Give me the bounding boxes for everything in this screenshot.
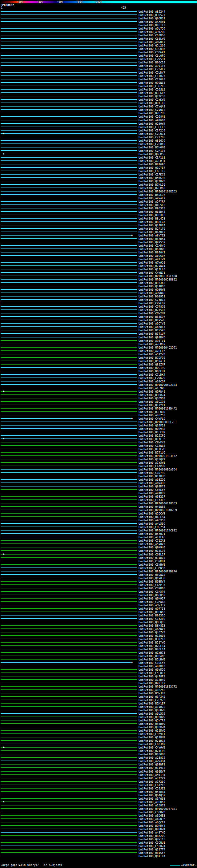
hit-label[interactable]: UniRef100_Q938W9 bbox=[138, 716, 165, 719]
hit-label[interactable]: UniRef100_A4BTH6 bbox=[138, 831, 165, 834]
hit-label[interactable]: UniRef100_C27705 bbox=[138, 136, 165, 139]
hit-label[interactable]: UniRef100_Q9RHW4 bbox=[138, 828, 165, 831]
hit-label[interactable]: UniRef100_Q8GU31 bbox=[138, 17, 165, 20]
hit-label[interactable]: UniRef100_B2UHW0 bbox=[138, 658, 165, 661]
hit-label[interactable]: UniRef100_C1DY9L bbox=[138, 471, 165, 474]
hit-label[interactable]: UniRef100_A8TUF3 bbox=[138, 665, 165, 668]
hit-label[interactable]: UniRef100_C9T8G2 bbox=[138, 305, 165, 308]
hit-label[interactable]: UniRef100_B2GL14 bbox=[138, 648, 165, 651]
hit-label[interactable]: UniRef100_B2T1U6 bbox=[138, 451, 165, 454]
hit-label[interactable]: UniRef100_A4X5W1 bbox=[138, 20, 165, 23]
hit-label[interactable]: UniRef100_C5CUU1 bbox=[138, 841, 165, 844]
hit-label[interactable]: UniRef100_Q21LP8 bbox=[138, 749, 165, 752]
hit-label[interactable]: UniRef100_Q8FQR5 bbox=[138, 621, 165, 624]
hit-label[interactable]: UniRef100_A1Y5W1 bbox=[138, 461, 165, 464]
hit-label[interactable]: UniRef100_C3CFF3 bbox=[138, 126, 165, 129]
hit-label[interactable]: UniRef100_Q1IHE4 bbox=[138, 224, 165, 227]
hit-label[interactable]: UniRef100_C50RV0 bbox=[138, 811, 165, 814]
hit-label[interactable]: UniRef100_A9RW80 bbox=[138, 119, 165, 122]
hit-label[interactable]: UniRef100_Q4V038 bbox=[138, 577, 165, 580]
hit-label[interactable]: UniRef100_B9J316 bbox=[138, 614, 165, 617]
hit-label[interactable]: UniRef100_A9VAE9 bbox=[138, 197, 165, 200]
hit-label[interactable]: UniRef100_B1YLJ6 bbox=[138, 438, 165, 441]
hit-label[interactable]: UniRef100_Q2SQZ7 bbox=[138, 458, 165, 461]
hit-label[interactable]: UniRef100_Q39577 bbox=[138, 13, 165, 17]
hit-label[interactable]: UniRef100_Q0K917 bbox=[138, 597, 165, 600]
hit-label[interactable]: UniRef100_C2P8Y0 bbox=[138, 143, 165, 146]
hit-label[interactable]: UniRef100_Q46W85 bbox=[138, 505, 165, 508]
hit-label[interactable]: UniRef100_Q98BZ4 bbox=[138, 394, 165, 397]
hit-label[interactable]: UniRef100_Q6HM56 bbox=[138, 153, 165, 156]
hit-label[interactable]: UniRef100_B4B1T3 bbox=[138, 24, 165, 27]
hit-label[interactable]: UniRef100_C2WK29 bbox=[138, 377, 165, 380]
hit-label[interactable]: UniRef100_C71ZA3 bbox=[138, 539, 165, 542]
hit-label[interactable]: UniRef100_Q7VWV4 bbox=[138, 265, 165, 268]
hit-label[interactable]: UniRef100_C5C817 bbox=[138, 672, 165, 675]
hit-label[interactable]: UniRef100_Q11912 bbox=[138, 766, 165, 770]
hit-label[interactable]: UniRef100_B9J0Y1 bbox=[138, 251, 165, 254]
hit-label[interactable]: UniRef100_A15878 bbox=[138, 804, 165, 807]
hit-label[interactable]: UniRef100_B4V5W6 bbox=[138, 319, 165, 322]
hit-label[interactable]: UniRef100_C0ZPS6 bbox=[138, 34, 165, 37]
hit-label[interactable]: UniRef100_C2W591 bbox=[138, 58, 165, 61]
hit-label[interactable]: UniRef100_A1R262 bbox=[138, 688, 165, 691]
hit-label[interactable]: UniRef100_Q1ILL0 bbox=[138, 268, 165, 271]
hit-label[interactable]: UniRef100_B7HZU5 bbox=[138, 112, 165, 115]
hit-label[interactable]: UniRef100_A8J244 bbox=[138, 10, 165, 13]
hit-label[interactable]: UniRef100_Q5WG93 bbox=[138, 177, 165, 180]
hit-label[interactable]: UniRef100_B3PQB0 bbox=[138, 410, 165, 413]
hit-label[interactable]: UniRef100_C6W2M7 bbox=[138, 312, 165, 315]
hit-label[interactable]: UniRef100_Q9RW41 bbox=[138, 390, 165, 393]
hit-label[interactable]: UniRef100_A9U759 bbox=[138, 27, 165, 30]
hit-label[interactable]: UniRef100_A6SZQ6 bbox=[138, 478, 165, 481]
hit-label[interactable]: UniRef100_Q1JYY1 bbox=[138, 404, 165, 407]
hit-label[interactable]: UniRef100_C4APB9 bbox=[138, 465, 165, 468]
hit-label[interactable]: UniRef100_UPI00004C2D91 bbox=[138, 346, 177, 349]
hit-label[interactable]: UniRef100_C2G8N1 bbox=[138, 115, 165, 118]
hit-label[interactable]: UniRef100_A69GB7 bbox=[138, 254, 165, 257]
hit-label[interactable]: UniRef100_B91TE0 bbox=[138, 102, 165, 105]
hit-label[interactable]: UniRef100_C6SLW6 bbox=[138, 37, 165, 40]
hit-label[interactable]: UniRef100_C4AP35 bbox=[138, 584, 165, 587]
hit-label[interactable]: UniRef100_B59AJ1 bbox=[138, 360, 165, 363]
hit-label[interactable]: UniRef100_C9E0H7 bbox=[138, 48, 165, 51]
hit-label[interactable]: UniRef100_A9CYV2 bbox=[138, 322, 165, 325]
hit-label[interactable]: UniRef100_D0BEU1 bbox=[138, 370, 165, 373]
hit-label[interactable]: UniRef100_Q9BUW8 bbox=[138, 288, 165, 291]
hit-label[interactable]: UniRef100_Q99SS9 bbox=[138, 241, 165, 244]
hit-label[interactable]: UniRef100_B68052 bbox=[138, 594, 165, 597]
hit-label[interactable]: UniRef100_Q2B9W4 bbox=[138, 122, 165, 125]
hit-label[interactable]: UniRef100_Q7W9J0 bbox=[138, 261, 165, 264]
hit-label[interactable]: UniRef100_Q26CW8 bbox=[138, 512, 165, 515]
hit-label[interactable]: UniRef100_A4T2Z9 bbox=[138, 777, 165, 780]
hit-label[interactable]: UniRef100_C3F2J9 bbox=[138, 129, 165, 132]
hit-label[interactable]: UniRef100_Q5QWZ2 bbox=[138, 573, 165, 577]
hit-label[interactable]: UniRef100_C4V9W2 bbox=[138, 746, 165, 749]
hit-label[interactable]: UniRef100_C2SGL8 bbox=[138, 78, 165, 81]
hit-label[interactable]: UniRef100_C8WFY8 bbox=[138, 441, 165, 444]
hit-label[interactable]: UniRef100_Q1J005 bbox=[138, 634, 165, 638]
hit-label[interactable]: UniRef100_A6ANV7 bbox=[138, 627, 165, 630]
hit-label[interactable]: UniRef100_Q9K9H0 bbox=[138, 546, 165, 549]
hit-label[interactable]: UniRef100_Q18PW4 bbox=[138, 726, 165, 729]
hit-label[interactable]: UniRef100_A2S8C5 bbox=[138, 756, 165, 759]
hit-label[interactable]: UniRef100_Q97YI8 bbox=[138, 607, 165, 610]
hit-label[interactable]: UniRef100_Q81GG9 bbox=[138, 139, 165, 142]
hit-label[interactable]: UniRef100_A1UHK7 bbox=[138, 801, 165, 804]
hit-label[interactable]: UniRef100_B1HXF8 bbox=[138, 214, 165, 217]
hit-label[interactable]: UniRef100_C2Z4F7 bbox=[138, 68, 165, 71]
hit-label[interactable]: UniRef100_A2WX84 bbox=[138, 760, 165, 763]
hit-label[interactable]: UniRef100_C5WE57 bbox=[138, 488, 165, 491]
hit-label[interactable]: UniRef100_C3NK81 bbox=[138, 560, 165, 563]
hit-label[interactable]: UniRef100_C6X2Y6 bbox=[138, 784, 165, 787]
hit-label[interactable]: UniRef100_Q3EVG3 bbox=[138, 397, 165, 400]
hit-label[interactable]: UniRef100_Q3B217 bbox=[138, 495, 165, 498]
hit-label[interactable]: UniRef100_C5JJZ1 bbox=[138, 787, 165, 790]
hit-label[interactable]: UniRef100_Q11MW6 bbox=[138, 729, 165, 732]
hit-label[interactable]: UniRef100_B7HGN0 bbox=[138, 146, 165, 149]
hit-label[interactable]: UniRef100_C2YKW5 bbox=[138, 98, 165, 101]
hit-label[interactable]: UniRef100_Q46ZV8 bbox=[138, 631, 165, 634]
hit-label[interactable]: UniRef100_B3R2I0 bbox=[138, 638, 165, 641]
hit-label[interactable]: UniRef100_Q01IY4 bbox=[138, 855, 165, 858]
hit-label[interactable]: UniRef100_B21YW6 bbox=[138, 641, 165, 644]
